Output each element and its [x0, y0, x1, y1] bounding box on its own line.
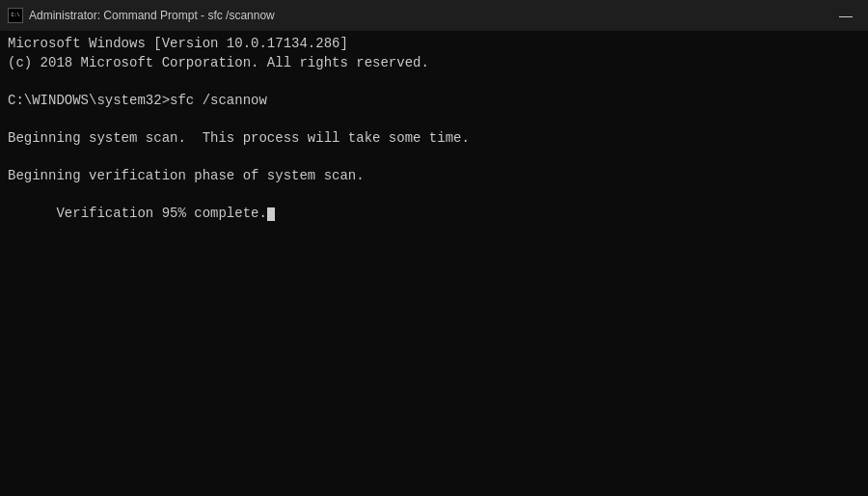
terminal-line-3: C:\WINDOWS\system32>sfc /scannow — [8, 92, 860, 111]
terminal-body[interactable]: Microsoft Windows [Version 10.0.17134.28… — [0, 31, 868, 496]
terminal-line-2 — [8, 72, 860, 92]
terminal-line-0: Microsoft Windows [Version 10.0.17134.28… — [8, 35, 860, 54]
terminal-line-7: Beginning verification phase of system s… — [8, 167, 860, 186]
terminal-line-1: (c) 2018 Microsoft Corporation. All righ… — [8, 54, 860, 73]
cmd-window: Administrator: Command Prompt - sfc /sca… — [0, 0, 868, 496]
terminal-line-8: Verification 95% complete. — [8, 186, 860, 243]
cursor — [267, 207, 275, 221]
terminal-line-5: Beginning system scan. This process will… — [8, 129, 860, 149]
title-bar-controls: — — [824, 0, 868, 31]
title-bar: Administrator: Command Prompt - sfc /sca… — [0, 0, 868, 31]
cmd-icon — [8, 8, 23, 23]
title-bar-left: Administrator: Command Prompt - sfc /sca… — [8, 8, 275, 23]
title-bar-title: Administrator: Command Prompt - sfc /sca… — [29, 9, 275, 22]
minimize-button[interactable]: — — [824, 0, 868, 31]
verification-text: Verification 95% complete. — [56, 206, 266, 221]
terminal-line-6 — [8, 149, 860, 168]
terminal-line-4 — [8, 110, 860, 129]
